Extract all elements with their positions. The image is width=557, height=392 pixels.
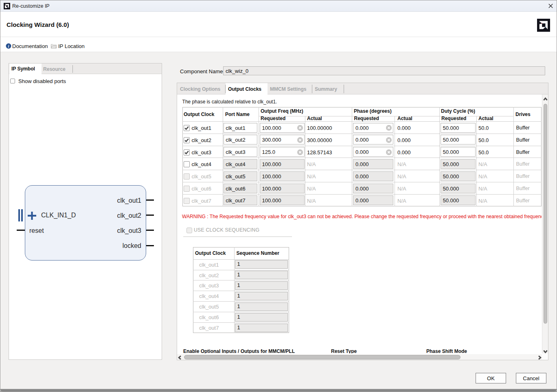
svg-text:i: i [8,44,9,48]
